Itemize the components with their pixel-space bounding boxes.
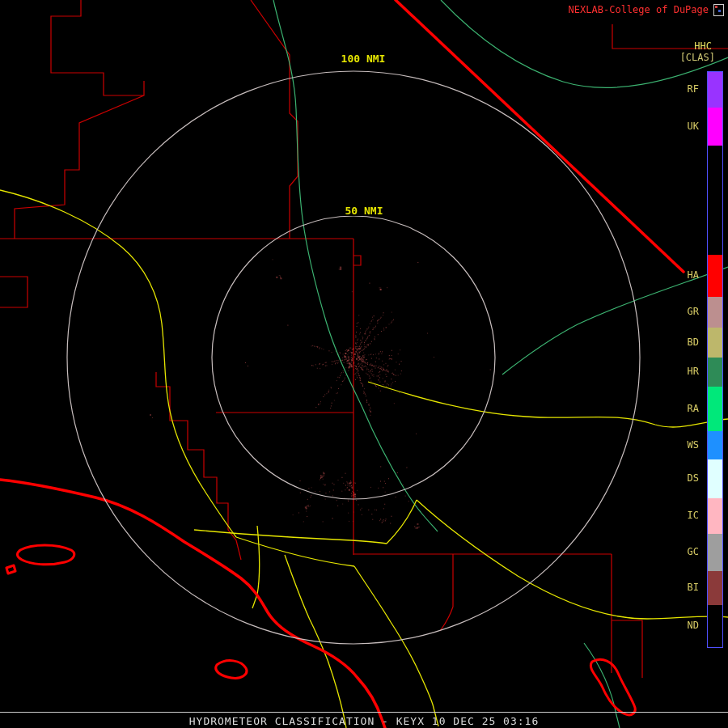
radar-display-page: { "header": { "title": "NEXLAB-College o… (0, 0, 728, 728)
legend-segment-ha (708, 255, 722, 297)
highway-line (368, 382, 728, 427)
range-label-50nmi: 50 NMI (345, 205, 383, 217)
legend-label-rf: RF (688, 83, 699, 95)
legend-segment-bi (708, 571, 722, 605)
legend-segment-ic (708, 498, 722, 534)
islands-outline (6, 545, 635, 715)
legend-segment-bd (708, 328, 722, 358)
legend-segment-nd (708, 605, 722, 647)
legend-segment-rf (708, 72, 722, 108)
legend-segment-ws (708, 431, 722, 459)
coastline (0, 480, 385, 728)
legend-label-hr: HR (688, 366, 699, 377)
legend-label-gr: GR (688, 306, 699, 317)
product-class-label: [CLAS] (680, 52, 715, 63)
product-code-label: HHC (694, 40, 712, 52)
state-border-line (396, 0, 684, 272)
legend-segment-gap (708, 146, 722, 255)
highway-line (354, 566, 438, 726)
legend-label-gc: GC (688, 546, 699, 557)
county-lines-layer (0, 0, 728, 678)
legend-label-ic: IC (688, 510, 699, 521)
county-line (251, 0, 298, 239)
highway-line (236, 537, 354, 566)
legend-segment-hr (708, 358, 722, 387)
legend-label-uk: UK (688, 121, 699, 132)
legend-segment-gc (708, 534, 722, 571)
legend-label-bi: BI (688, 582, 699, 593)
page-title: NEXLAB-College of DuPage (569, 4, 709, 15)
broken-image-icon (713, 4, 724, 16)
highway-line (194, 530, 387, 544)
radar-map: 100 NMI 50 NMI (0, 0, 728, 728)
hydrometeor-legend-colorbar (707, 71, 723, 648)
legend-segment-ra (708, 387, 722, 431)
legend-label-ws: WS (688, 439, 699, 451)
river-line (502, 267, 728, 375)
legend-segment-gr (708, 297, 722, 328)
county-line (15, 0, 144, 239)
legend-segment-ds (708, 459, 722, 498)
legend-label-ds: DS (688, 472, 699, 484)
county-line (0, 277, 28, 307)
legend-segment-uk (708, 108, 722, 146)
status-separator-line (0, 712, 728, 713)
highway-line (417, 500, 728, 619)
legend-label-nd: ND (688, 620, 699, 631)
legend-label-bd: BD (688, 336, 699, 348)
range-label-100nmi: 100 NMI (341, 53, 386, 65)
highways-layer (0, 190, 728, 728)
status-bar-text: HYDROMETEOR CLASSIFICATION - KEYX 10 DEC… (0, 715, 728, 727)
legend-label-ra: RA (688, 403, 699, 414)
highway-line (387, 500, 417, 544)
legend-label-ha: HA (688, 269, 699, 281)
